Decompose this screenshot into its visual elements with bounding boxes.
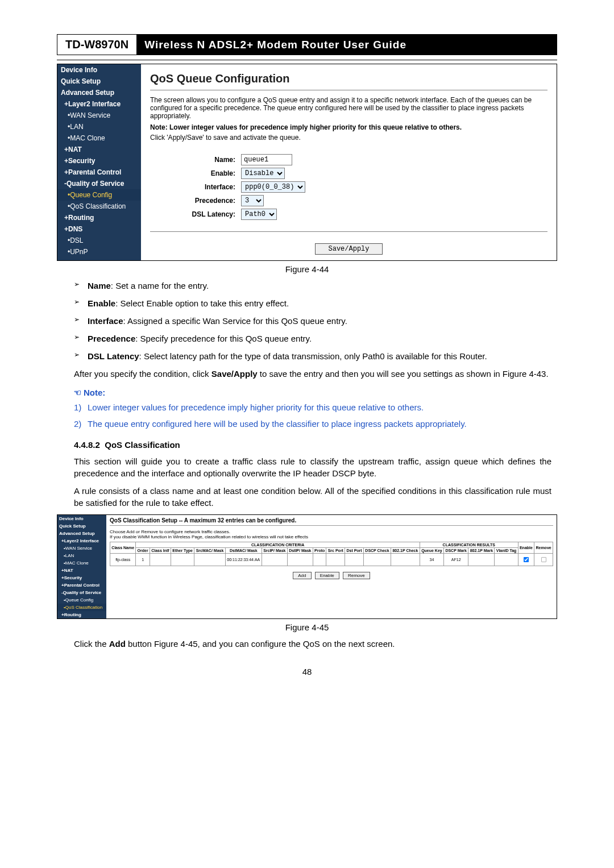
after-save-apply-text: After you specify the condition, click S… <box>74 368 551 380</box>
column-header: DSCP Mark <box>444 548 468 554</box>
list-item: 2)The queue entry configured here will b… <box>74 418 551 430</box>
col-group-criteria: CLASSIFICATION CRITERIA <box>136 542 420 548</box>
note-heading: ☞Note: <box>74 388 551 398</box>
remove-button[interactable]: Remove <box>343 572 370 579</box>
nav-item[interactable]: +Layer2 Interface <box>57 98 141 110</box>
nav-item[interactable]: +Parental Control <box>57 582 106 589</box>
nav-item[interactable]: +Layer2 Interface <box>57 537 106 545</box>
qos-queue-config-panel: QoS Queue Configuration The screen allow… <box>141 64 557 260</box>
nav-item[interactable]: +NAT <box>57 567 106 574</box>
name-label: Name: <box>150 156 235 164</box>
enable-label: Enable: <box>150 169 235 177</box>
nav-item[interactable]: •WAN Service <box>57 110 141 121</box>
col-class-name: Class Name <box>110 542 136 554</box>
nav-item[interactable]: •MAC Clone <box>57 132 141 144</box>
doc-header: TD-W8970N Wireless N ADSL2+ Modem Router… <box>57 34 557 55</box>
qos-classification-heading: 4.4.8.2 QoS Classification <box>74 440 551 450</box>
nav-item[interactable]: +DNS <box>57 223 141 235</box>
dsl-latency-select[interactable]: Path0 <box>241 209 277 220</box>
figure-4-45-caption: Figure 4-45 <box>57 622 557 632</box>
nav-item[interactable]: +Security <box>57 574 106 582</box>
column-header: SrcIP/ Mask <box>262 548 287 554</box>
qos-classification-p2: A rule consists of a class name and at l… <box>74 485 551 509</box>
panel-priority-note: Note: Lower integer values for precedenc… <box>150 123 547 131</box>
column-header: VlanID Tag <box>495 548 518 554</box>
nav-item[interactable]: •LAN <box>57 121 141 132</box>
qos-classification-panel: QoS Classification Setup -- A maximum 32… <box>106 515 557 618</box>
qos-classification-p1: This section will guide you to create a … <box>74 455 551 479</box>
col-group-results: CLASSIFICATION RESULTS <box>420 542 518 548</box>
precedence-label: Precedence: <box>150 197 235 205</box>
nav-item[interactable]: •WAN Service <box>57 545 106 552</box>
remove-checkbox[interactable] <box>534 554 553 566</box>
col-remove: Remove <box>534 542 553 554</box>
figure-4-44-caption: Figure 4-44 <box>57 264 557 274</box>
nav-item[interactable]: +Parental Control <box>57 167 141 178</box>
nav-item[interactable]: •QoS Classification <box>57 201 141 212</box>
nav-item[interactable]: Advanced Setup <box>57 530 106 537</box>
column-header: Order <box>136 548 150 554</box>
field-definitions-list: Name: Set a name for the entry.Enable: S… <box>74 280 551 362</box>
queue-name-input[interactable] <box>241 154 292 165</box>
column-header: Src Port <box>326 548 345 554</box>
nav-item[interactable]: •Queue Config <box>57 189 141 201</box>
panel-title: QoS Classification Setup -- A maximum 32… <box>110 517 553 524</box>
interface-select[interactable]: ppp0(0_0_38) <box>241 181 305 193</box>
column-header: SrcMAC/ Mask <box>194 548 226 554</box>
panel-intro: The screen allows you to configure a QoS… <box>150 96 547 120</box>
table-row: ftp-class 1 00:11:22:33:44:AA 34 AF12 <box>110 554 553 566</box>
note-list: 1)Lower integer values for precedence im… <box>74 401 551 430</box>
list-item: DSL Latency: Select latency path for the… <box>74 350 551 362</box>
nav-item[interactable]: Device Info <box>57 64 141 76</box>
nav-item[interactable]: •LAN <box>57 552 106 559</box>
pointing-hand-icon: ☞ <box>74 388 81 398</box>
panel-title: QoS Queue Configuration <box>150 72 547 85</box>
precedence-select[interactable]: 3 <box>241 195 264 206</box>
column-header: Ether Type <box>171 548 194 554</box>
nav-item[interactable]: -Quality of Service <box>57 589 106 596</box>
qos-queue-config-screenshot: Device InfoQuick SetupAdvanced Setup+Lay… <box>57 64 557 261</box>
nav-item[interactable]: +Routing <box>57 212 141 223</box>
column-header: Proto <box>313 548 326 554</box>
save-apply-button[interactable]: Save/Apply <box>315 243 382 255</box>
list-item: Interface: Assigned a specific Wan Servi… <box>74 315 551 327</box>
column-header: Queue Key <box>420 548 443 554</box>
nav-item[interactable]: -Quality of Service <box>57 178 141 189</box>
nav-item[interactable]: +Security <box>57 155 141 167</box>
nav-item[interactable]: •MAC Clone <box>57 559 106 567</box>
page-number: 48 <box>57 667 557 676</box>
column-header: DSCP Check <box>363 548 391 554</box>
model-label: TD-W8970N <box>57 35 136 55</box>
dsl-latency-label: DSL Latency: <box>150 210 235 218</box>
nav-item[interactable]: •DSL <box>57 235 141 246</box>
list-item: Name: Set a name for the entry. <box>74 280 551 292</box>
nav-item[interactable]: Quick Setup <box>57 522 106 530</box>
enable-checkbox[interactable] <box>518 554 534 566</box>
panel-apply-hint: Click 'Apply/Save' to save and activate … <box>150 134 547 142</box>
col-enable: Enable <box>518 542 534 554</box>
column-header: Dst Port <box>345 548 364 554</box>
nav-item[interactable]: •Queue Config <box>57 596 106 604</box>
list-item: Enable: Select Enable option to take thi… <box>74 297 551 309</box>
add-button[interactable]: Add <box>293 572 311 579</box>
column-header: DstMAC/ Mask <box>225 548 262 554</box>
nav-item[interactable]: +NAT <box>57 144 141 155</box>
nav-item[interactable]: Advanced Setup <box>57 87 141 98</box>
enable-select[interactable]: Disable <box>241 168 285 179</box>
nav-item[interactable]: Quick Setup <box>57 76 141 87</box>
nav-item[interactable]: •UPnP <box>57 246 141 258</box>
doc-title: Wireless N ADSL2+ Modem Router User Guid… <box>136 35 557 55</box>
list-item: Precedence: Specify precedence for this … <box>74 333 551 344</box>
nav-item[interactable]: Device Info <box>57 515 106 522</box>
footer-instruction: Click the Add button Figure 4-45, and yo… <box>74 638 551 650</box>
qos-classification-screenshot: Device InfoQuick SetupAdvanced Setup+Lay… <box>57 514 557 619</box>
column-header: Class Intf <box>150 548 171 554</box>
enable-button[interactable]: Enable <box>315 572 339 579</box>
list-item: 1)Lower integer values for precedence im… <box>74 401 551 413</box>
nav-item[interactable]: +Routing <box>57 611 106 618</box>
panel-desc: Choose Add or Remove to configure networ… <box>110 529 553 539</box>
classification-table: Class Name CLASSIFICATION CRITERIA CLASS… <box>110 542 553 566</box>
interface-label: Interface: <box>150 183 235 191</box>
column-header: 802.1P Mark <box>468 548 495 554</box>
nav-item[interactable]: •QoS Classification <box>57 604 106 611</box>
